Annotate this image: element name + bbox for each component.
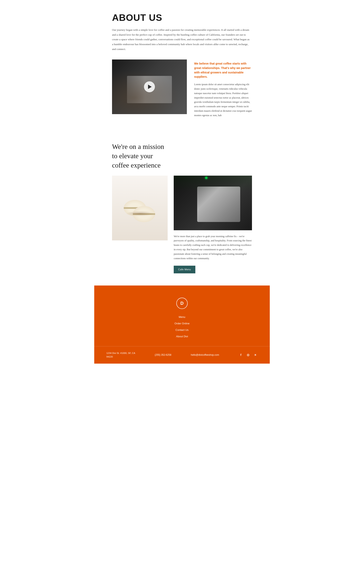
espresso-visual bbox=[174, 176, 252, 230]
facebook-icon[interactable]: f bbox=[239, 353, 243, 357]
macaron-group bbox=[122, 194, 158, 222]
macaron-image bbox=[112, 176, 168, 240]
play-button[interactable] bbox=[144, 81, 155, 92]
footer-link-about[interactable]: About Divi bbox=[176, 335, 188, 338]
about-section: ABOUT US Our journey began with a simple… bbox=[94, 0, 270, 138]
footer-nav: Menu Order Online Contact Us About Divi bbox=[94, 315, 270, 338]
espresso-image bbox=[174, 176, 252, 230]
about-intro: Our journey began with a simple love for… bbox=[112, 27, 250, 51]
footer-address: 1234 Divi St. #1000, SF, CA 94220 bbox=[106, 351, 135, 359]
about-title: ABOUT US bbox=[112, 12, 252, 23]
footer-logo: D bbox=[176, 298, 188, 309]
footer-bottom: 1234 Divi St. #1000, SF, CA 94220 (255) … bbox=[94, 346, 270, 363]
footer-address-line2: 94220 bbox=[106, 356, 113, 358]
espresso-glow bbox=[205, 177, 208, 179]
macaron-visual bbox=[112, 176, 168, 240]
mission-body-text: We're more than just a place to grab you… bbox=[174, 234, 252, 261]
footer-address-line1: 1234 Divi St. #1000, SF, CA bbox=[106, 352, 135, 354]
quote-body: Lorem ipsum dolor sit amet consectetur a… bbox=[194, 82, 252, 118]
twitter-icon[interactable]: ✕ bbox=[253, 353, 258, 357]
mission-layout: We're more than just a place to grab you… bbox=[112, 176, 252, 273]
footer-email: hello@divicoffeeshop.com bbox=[191, 353, 219, 356]
footer-nav-order[interactable]: Order Online bbox=[94, 322, 270, 325]
cafe-menu-button[interactable]: Cafe Menu bbox=[174, 266, 195, 273]
mission-left-col bbox=[112, 176, 168, 240]
footer-nav-contact[interactable]: Contact Us bbox=[94, 328, 270, 332]
footer-socials: f ⊙ ✕ bbox=[239, 353, 258, 357]
footer-link-contact[interactable]: Contact Us bbox=[176, 328, 188, 331]
footer-nav-menu[interactable]: Menu bbox=[94, 315, 270, 319]
instagram-icon[interactable]: ⊙ bbox=[246, 353, 250, 357]
footer-phone: (255) 352-6258 bbox=[155, 353, 171, 356]
quote-text: We believe that great coffee starts with… bbox=[194, 61, 252, 79]
footer-logo-letter: D bbox=[180, 301, 184, 306]
footer-link-menu[interactable]: Menu bbox=[179, 316, 185, 318]
footer: D Menu Order Online Contact Us About Div… bbox=[94, 285, 270, 363]
mission-heading: We're on a mission to elevate your coffe… bbox=[112, 142, 169, 170]
footer-nav-about[interactable]: About Divi bbox=[94, 334, 270, 338]
macaron-dust bbox=[126, 211, 154, 216]
video-thumbnail[interactable] bbox=[112, 59, 187, 114]
mission-section: We're on a mission to elevate your coffe… bbox=[94, 138, 270, 285]
play-icon bbox=[148, 85, 152, 89]
media-row: We believe that great coffee starts with… bbox=[112, 59, 252, 118]
footer-link-order[interactable]: Order Online bbox=[175, 322, 189, 325]
quote-column: We believe that great coffee starts with… bbox=[194, 59, 252, 118]
mission-right-col: We're more than just a place to grab you… bbox=[174, 176, 252, 273]
